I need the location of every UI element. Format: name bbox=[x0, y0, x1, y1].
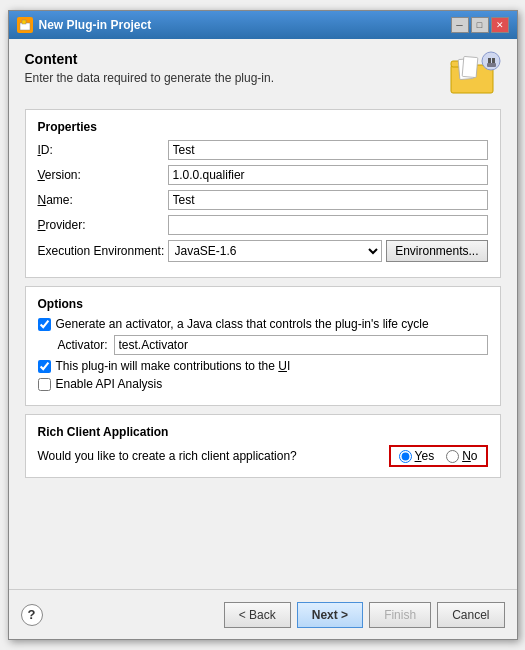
cancel-button[interactable]: Cancel bbox=[437, 602, 504, 628]
env-select-wrap: JavaSE-1.6 Environments... bbox=[168, 240, 488, 262]
activator-field-label: Activator: bbox=[58, 338, 108, 352]
activator-checkbox-row: Generate an activator, a Java class that… bbox=[38, 317, 488, 331]
svg-rect-9 bbox=[487, 63, 496, 67]
id-label: ID: bbox=[38, 143, 168, 157]
window-icon bbox=[17, 17, 33, 33]
rca-no-option[interactable]: No bbox=[446, 449, 477, 463]
window-title: New Plug-in Project bbox=[39, 18, 451, 32]
name-label: Name: bbox=[38, 193, 168, 207]
options-label: Options bbox=[38, 297, 488, 311]
ui-contributions-label: This plug-in will make contributions to … bbox=[56, 359, 291, 373]
svg-rect-5 bbox=[462, 56, 478, 77]
rca-question: Would you like to create a rich client a… bbox=[38, 449, 389, 463]
version-input[interactable] bbox=[168, 165, 488, 185]
provider-input[interactable] bbox=[168, 215, 488, 235]
activator-checkbox-label: Generate an activator, a Java class that… bbox=[56, 317, 429, 331]
svg-rect-1 bbox=[22, 20, 26, 24]
rca-yes-option[interactable]: Yes bbox=[399, 449, 435, 463]
main-window: New Plug-in Project ─ □ ✕ Content Enter … bbox=[8, 10, 518, 640]
rca-section: Rich Client Application Would you like t… bbox=[25, 414, 501, 478]
header-section: Content Enter the data required to gener… bbox=[25, 51, 501, 99]
back-button[interactable]: < Back bbox=[224, 602, 291, 628]
api-analysis-label: Enable API Analysis bbox=[56, 377, 163, 391]
api-analysis-checkbox[interactable] bbox=[38, 378, 51, 391]
title-bar: New Plug-in Project ─ □ ✕ bbox=[9, 11, 517, 39]
activator-input[interactable] bbox=[114, 335, 488, 355]
finish-button[interactable]: Finish bbox=[369, 602, 431, 628]
name-input[interactable] bbox=[168, 190, 488, 210]
header-text: Content Enter the data required to gener… bbox=[25, 51, 441, 85]
help-button[interactable]: ? bbox=[21, 604, 43, 626]
properties-label: Properties bbox=[38, 120, 488, 134]
close-button[interactable]: ✕ bbox=[491, 17, 509, 33]
env-select[interactable]: JavaSE-1.6 bbox=[168, 240, 383, 262]
ui-contributions-checkbox-row: This plug-in will make contributions to … bbox=[38, 359, 488, 373]
env-row: Execution Environment: JavaSE-1.6 Enviro… bbox=[38, 240, 488, 262]
next-button[interactable]: Next > bbox=[297, 602, 363, 628]
id-input[interactable] bbox=[168, 140, 488, 160]
rca-title: Rich Client Application bbox=[38, 425, 488, 439]
ui-contributions-checkbox[interactable] bbox=[38, 360, 51, 373]
activator-checkbox[interactable] bbox=[38, 318, 51, 331]
environments-button[interactable]: Environments... bbox=[386, 240, 487, 262]
api-analysis-checkbox-row: Enable API Analysis bbox=[38, 377, 488, 391]
provider-row: Provider: bbox=[38, 215, 488, 235]
page-subtitle: Enter the data required to generate the … bbox=[25, 71, 441, 85]
activator-field-row: Activator: bbox=[58, 335, 488, 355]
rca-yes-radio[interactable] bbox=[399, 450, 412, 463]
id-row: ID: bbox=[38, 140, 488, 160]
bottom-bar: ? < Back Next > Finish Cancel bbox=[9, 589, 517, 639]
page-title: Content bbox=[25, 51, 441, 67]
properties-section: Properties ID: Version: Name: Provider: … bbox=[25, 109, 501, 278]
provider-label: Provider: bbox=[38, 218, 168, 232]
version-row: Version: bbox=[38, 165, 488, 185]
env-label: Execution Environment: bbox=[38, 244, 168, 258]
content-area: Content Enter the data required to gener… bbox=[9, 39, 517, 589]
minimize-button[interactable]: ─ bbox=[451, 17, 469, 33]
name-row: Name: bbox=[38, 190, 488, 210]
rca-no-label: No bbox=[462, 449, 477, 463]
options-section: Options Generate an activator, a Java cl… bbox=[25, 286, 501, 406]
rca-yes-label: Yes bbox=[415, 449, 435, 463]
rca-no-radio[interactable] bbox=[446, 450, 459, 463]
maximize-button[interactable]: □ bbox=[471, 17, 489, 33]
header-icon bbox=[449, 51, 501, 99]
title-buttons: ─ □ ✕ bbox=[451, 17, 509, 33]
version-label: Version: bbox=[38, 168, 168, 182]
rca-question-row: Would you like to create a rich client a… bbox=[38, 445, 488, 467]
rca-radio-group: Yes No bbox=[389, 445, 488, 467]
